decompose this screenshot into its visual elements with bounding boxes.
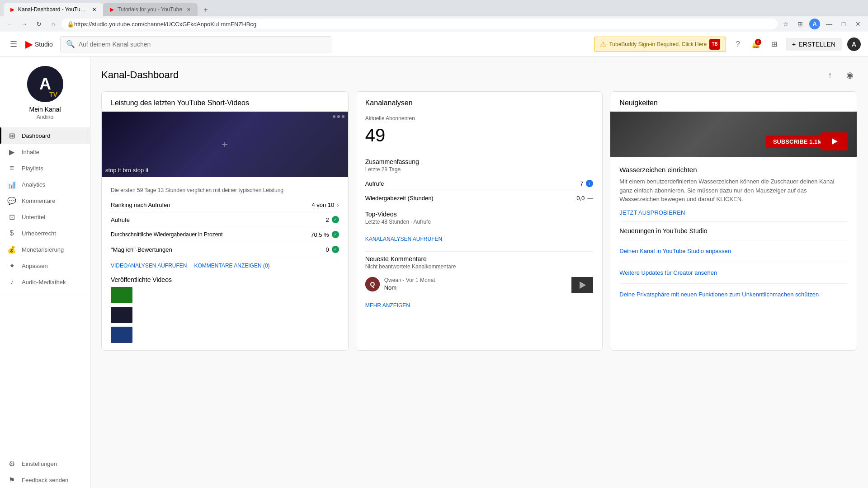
- metric-wiedergabe-label: Durchschnittliche Wiedergabedauer in Pro…: [111, 231, 222, 238]
- erstellen-icon: +: [792, 41, 796, 48]
- news-cta-link[interactable]: JETZT AUSPROBIEREN: [619, 209, 685, 216]
- bookmark-star-icon[interactable]: ☆: [779, 18, 792, 30]
- maximize-icon[interactable]: □: [837, 18, 850, 30]
- pub-thumb-3[interactable]: [111, 327, 132, 343]
- metric-ranking-value: 4 von 10 ›: [311, 202, 339, 208]
- channel-name: Mein Kanal: [29, 106, 61, 113]
- channel-handle: Andino: [37, 114, 53, 120]
- sidebar-item-monetarisierung[interactable]: 💰 Monetarisierung: [0, 241, 90, 258]
- tubebuddy-logo: TB: [709, 39, 720, 50]
- app-header: ☰ ▶ Studio 🔍 ⚠ TubeBuddy Sign-in Require…: [0, 32, 868, 57]
- browser-profile-avatar: A: [809, 19, 820, 29]
- sidebar-item-dashboard[interactable]: ⊞ Dashboard: [0, 127, 90, 144]
- browser-profile-icon[interactable]: A: [808, 18, 821, 30]
- sidebar-item-urheberrecht[interactable]: $ Urheberrecht: [0, 225, 90, 241]
- close-window-icon[interactable]: ✕: [852, 18, 864, 30]
- forward-button[interactable]: →: [18, 18, 31, 30]
- logo[interactable]: ▶ Studio: [25, 38, 53, 50]
- address-bar[interactable]: 🔒 https://studio.youtube.com/channel/UCC…: [61, 19, 778, 29]
- channel-avatar[interactable]: A TV: [27, 66, 63, 102]
- sidebar-item-audio[interactable]: ♪ Audio-Mediathek: [0, 274, 90, 290]
- analytics-wiedergabe: Wiedergabezeit (Stunden) 0,0 —: [365, 191, 594, 205]
- youtube-play-preview: [821, 132, 848, 150]
- video-thumbnail[interactable]: stop it bro stop it +: [102, 112, 348, 177]
- published-item-2: [111, 307, 339, 323]
- summary-title: Zusammenfassung: [365, 158, 594, 165]
- metric-magich-label: "Mag ich"-Bewertungen: [111, 246, 172, 253]
- sidebar-label-analytics: Analytics: [22, 181, 45, 188]
- refresh-button[interactable]: ↻: [33, 18, 45, 30]
- pub-thumb-2[interactable]: [111, 307, 132, 323]
- videoanalysen-link[interactable]: VIDEOANALYSEN AUFRUFEN: [111, 261, 187, 271]
- analytics-divider: [365, 251, 594, 252]
- video-card-header: Leistung des letzten YouTube Short-Video…: [102, 92, 348, 112]
- url-text: https://studio.youtube.com/channel/UCCxG…: [74, 21, 256, 28]
- news-title: Wasserzeichen einrichten: [619, 166, 848, 174]
- mehr-anzeigen-link[interactable]: MEHR ANZEIGEN: [365, 300, 410, 310]
- dashboard-grid: Leistung des letzten YouTube Short-Video…: [101, 91, 857, 351]
- sidebar-item-analytics[interactable]: 📊 Analytics: [0, 176, 90, 192]
- anpassen-icon: ✦: [7, 261, 16, 270]
- tab-active[interactable]: ▶ Kanal-Dashboard - YouTube St... ✕: [4, 3, 103, 16]
- update-link-2[interactable]: Weitere Updates für Creator ansehen: [619, 267, 848, 278]
- top-videos-subtitle: Letzte 48 Stunden · Aufrufe: [365, 219, 594, 225]
- video-dot-2: [337, 115, 340, 118]
- sidebar-item-playlists[interactable]: ≡ Playlists: [0, 160, 90, 176]
- sidebar-item-inhalte[interactable]: ▶ Inhalte: [0, 144, 90, 160]
- aufrufe-check-icon: ✓: [332, 216, 339, 223]
- metric-wiedergabe-value: 70,5 % ✓: [311, 231, 339, 238]
- live-button[interactable]: ◉: [843, 68, 857, 82]
- comment-thumbnail: [571, 277, 593, 293]
- subscriber-count: 49: [365, 122, 594, 153]
- update-link-1[interactable]: Deinen Kanal in YouTube Studio anpassen: [619, 246, 848, 256]
- pub-thumb-1[interactable]: [111, 287, 132, 303]
- minimize-icon[interactable]: —: [823, 18, 835, 30]
- page-actions: ↑ ◉: [823, 68, 857, 82]
- kanalanalysen-link[interactable]: KANALANALYSEN AUFRUFEN: [365, 234, 443, 244]
- metric-aufrufe: Aufrufe 2 ✓: [111, 212, 339, 227]
- sidebar-divider: [0, 294, 90, 294]
- header-right: ⚠ TubeBuddy Sign-in Required. Click Here…: [594, 37, 861, 52]
- new-tab-button[interactable]: +: [199, 4, 212, 16]
- tab-close-inactive[interactable]: ✕: [185, 6, 192, 13]
- back-button[interactable]: ←: [4, 18, 16, 30]
- search-bar[interactable]: 🔍: [60, 36, 331, 52]
- search-input[interactable]: [79, 41, 326, 48]
- sidebar-item-kommentare[interactable]: 💬 Kommentare: [0, 192, 90, 209]
- tubebuddy-banner[interactable]: ⚠ TubeBuddy Sign-in Required. Click Here…: [594, 37, 726, 52]
- sidebar-label-dashboard: Dashboard: [22, 132, 51, 139]
- news-card-body: Wasserzeichen einrichten Mit einem benut…: [610, 157, 857, 307]
- upload-button[interactable]: ↑: [823, 68, 837, 82]
- main-content: Kanal-Dashboard ↑ ◉ Leistung des letzten…: [90, 57, 868, 488]
- warning-icon: ⚠: [600, 40, 606, 48]
- sidebar-item-einstellungen[interactable]: ⚙ Einstellungen: [0, 455, 90, 472]
- sidebar-label-audio: Audio-Mediathek: [22, 279, 66, 286]
- notification-icon[interactable]: 🔔 2: [750, 38, 762, 51]
- hamburger-menu[interactable]: ☰: [7, 38, 20, 51]
- extensions-icon[interactable]: ⊞: [794, 18, 807, 30]
- sidebar-item-feedback[interactable]: ⚑ Feedback senden: [0, 472, 90, 488]
- summary-section: Zusammenfassung Letzte 28 Tage Aufrufe 7…: [365, 153, 594, 205]
- sidebar-item-untertitel[interactable]: ⊡ Untertitel: [0, 209, 90, 225]
- question-icon[interactable]: ?: [731, 38, 744, 51]
- app: ☰ ▶ Studio 🔍 ⚠ TubeBuddy Sign-in Require…: [0, 32, 868, 488]
- sidebar-item-anpassen[interactable]: ✦ Anpassen: [0, 258, 90, 274]
- svg-text:TV: TV: [49, 91, 58, 98]
- top-videos-title: Top-Videos: [365, 211, 594, 218]
- news-card-title: Neuigkeiten: [619, 99, 848, 107]
- video-dot-1: [333, 115, 335, 118]
- news-image-bg: SUBSCRIBE 1.1M: [610, 112, 857, 157]
- news-divider-2: [619, 240, 848, 240]
- tab-label-inactive: Tutorials for you - YouTube: [118, 6, 182, 13]
- browser-chrome: ▶ Kanal-Dashboard - YouTube St... ✕ ▶ Tu…: [0, 0, 868, 32]
- update-link-3[interactable]: Deine Privatsphäre mit neuen Funktionen …: [619, 289, 848, 300]
- home-button[interactable]: ⌂: [47, 18, 60, 30]
- erstellen-button[interactable]: + ERSTELLEN: [786, 38, 842, 51]
- audio-icon: ♪: [7, 277, 16, 286]
- tab-close-active[interactable]: ✕: [90, 6, 98, 13]
- kommentare-link[interactable]: KOMMENTARE ANZEIGEN (0): [194, 261, 269, 271]
- video-card-body: Die ersten 59 Tage 13 Stunden verglichen…: [102, 177, 348, 350]
- tab-inactive[interactable]: ▶ Tutorials for you - YouTube ✕: [103, 3, 198, 16]
- grid-icon[interactable]: ⊞: [768, 38, 780, 51]
- user-avatar[interactable]: A: [847, 38, 861, 51]
